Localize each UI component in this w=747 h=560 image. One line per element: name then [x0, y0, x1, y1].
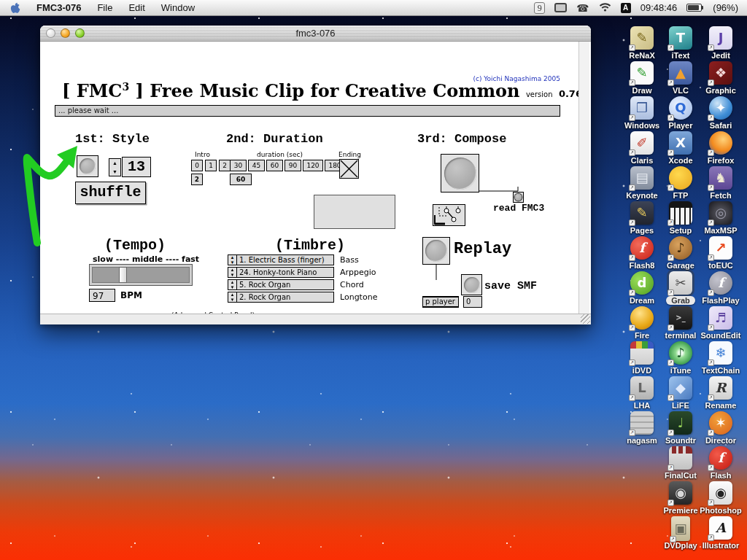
replay-bang-button[interactable] — [422, 237, 450, 265]
intro-selected-box[interactable]: 2 — [191, 174, 203, 185]
intro-option-box[interactable]: 0 — [191, 160, 203, 171]
phone-icon[interactable]: ☎ — [576, 3, 589, 13]
safari-app-icon[interactable]: ✦↗ — [709, 96, 732, 120]
battery-percent[interactable]: (96%) — [713, 2, 738, 13]
vertical-scrollbar[interactable] — [578, 42, 589, 314]
textchain-app-icon[interactable]: ❄↗ — [709, 341, 732, 365]
compose-bang-button[interactable] — [441, 154, 479, 192]
toeuc-app-icon[interactable]: ↗↗ — [709, 236, 732, 260]
read-fmc3-button[interactable] — [513, 192, 524, 203]
claris-app-icon[interactable]: ✐↗ — [630, 131, 654, 155]
resize-grip[interactable] — [581, 314, 590, 324]
menu-window[interactable]: Window — [161, 2, 195, 13]
apple-menu-icon[interactable] — [10, 2, 20, 14]
duration-option-box[interactable]: 45 — [248, 160, 265, 171]
nagasm-app-icon[interactable]: ↗ — [630, 411, 654, 435]
displays-icon[interactable] — [554, 3, 567, 12]
classic-environment-icon[interactable]: 9 — [534, 2, 545, 14]
timbre-stepper[interactable]: ▲▼ — [228, 254, 237, 265]
tempo-slider[interactable] — [89, 264, 193, 286]
duration-selected-box[interactable]: 60 — [230, 174, 252, 185]
style-number-box[interactable]: 13 — [122, 157, 151, 177]
menu-edit[interactable]: Edit — [128, 2, 144, 13]
timbre-stepper[interactable]: ▲▼ — [228, 279, 237, 290]
tempo-slider-handle[interactable] — [119, 267, 127, 283]
photoshop-app-icon[interactable]: ◉↗ — [709, 481, 732, 505]
bpm-number-box[interactable]: 97 — [89, 289, 115, 302]
tempo-slider-track[interactable] — [92, 267, 190, 283]
duration-option-box[interactable]: 120 — [303, 160, 323, 171]
intro-option-box[interactable]: 2 — [219, 160, 231, 171]
dream-app-icon[interactable]: d↗ — [630, 271, 654, 295]
horizontal-scrollbar[interactable] — [40, 314, 591, 324]
window-title-bar[interactable]: fmc3-076 — [40, 26, 591, 42]
grab-app-icon[interactable]: ✂↗ — [669, 271, 692, 295]
soundedit-app-icon[interactable]: ♬↗ — [709, 306, 732, 330]
duration-option-box[interactable]: 60 — [266, 160, 283, 171]
windows-app-icon[interactable]: ❐↗ — [630, 96, 654, 120]
fetch-app-icon[interactable]: ♞↗ — [709, 166, 732, 190]
life-app-icon[interactable]: ◆↗ — [669, 376, 692, 400]
shuffle-button[interactable]: shuffle — [75, 182, 146, 204]
ending-toggle[interactable] — [339, 159, 359, 179]
dvdplay-app-icon[interactable]: ▣↗ — [671, 516, 690, 541]
intro-option-box[interactable]: 1 — [205, 160, 217, 171]
alias-badge-icon: ↗ — [708, 254, 714, 261]
draw-app-icon[interactable]: ✎↗ — [630, 61, 654, 85]
garage-app-icon[interactable]: ♪↗ — [669, 236, 692, 260]
duration-option-box[interactable]: 90 — [285, 160, 301, 171]
finalcut-app-icon[interactable]: ↗ — [669, 446, 692, 470]
itune-app-icon[interactable]: ♪↗ — [669, 341, 692, 365]
timbre-stepper[interactable]: ▲▼ — [228, 292, 237, 303]
icon-glyph: ✶ — [715, 416, 726, 429]
timbre-stepper[interactable]: ▲▼ — [228, 267, 237, 278]
player-subpatch-object[interactable]: p player — [422, 296, 459, 308]
maxmsp-app-icon[interactable]: ◎↗ — [709, 201, 732, 225]
timbre-value-box[interactable]: 2. Rock Organ — [237, 292, 334, 303]
stepper-down-icon[interactable]: ▼ — [228, 273, 236, 278]
setup-app-icon[interactable]: ↗ — [669, 201, 692, 225]
style-stepper[interactable]: ▲▼ — [109, 158, 121, 176]
idvd-app-icon[interactable]: ↗ — [630, 341, 654, 365]
style-bang-button[interactable] — [77, 155, 98, 177]
save-smf-button[interactable] — [461, 274, 482, 295]
gate-switch-object[interactable] — [433, 204, 465, 226]
graphic-app-icon[interactable]: ❖↗ — [709, 61, 732, 85]
menu-app-name[interactable]: FMC3-076 — [36, 2, 81, 13]
player-app-icon[interactable]: Q↗ — [669, 96, 692, 120]
timbre-value-box[interactable]: 24. Honky-tonk Piano — [237, 267, 334, 278]
soundtr-app-icon[interactable]: ♩↗ — [669, 411, 692, 435]
firefox-app-icon[interactable]: ↗ — [709, 131, 732, 155]
keynote-app-icon[interactable]: ▤↗ — [630, 166, 654, 190]
flash8-app-icon[interactable]: f↗ — [630, 236, 654, 260]
renax-app-icon[interactable]: ✎↗ — [630, 26, 654, 50]
icon-glyph: ✦ — [715, 101, 726, 114]
timbre-value-box[interactable]: 5. Rock Organ — [237, 279, 334, 290]
flash-app-icon[interactable]: f↗ — [709, 446, 732, 470]
lha-app-icon[interactable]: L↗ — [630, 376, 654, 400]
ftp-app-icon[interactable]: ↗ — [669, 166, 692, 190]
stepper-down-icon[interactable]: ▼ — [228, 298, 236, 303]
itext-app-icon[interactable]: T↗ — [669, 26, 692, 50]
pages-app-icon[interactable]: ✎↗ — [630, 201, 654, 225]
director-app-icon[interactable]: ✶↗ — [709, 411, 732, 435]
xcode-app-icon[interactable]: X↗ — [669, 131, 692, 155]
premiere-app-icon[interactable]: ◉↗ — [669, 481, 692, 505]
menu-file[interactable]: File — [97, 2, 112, 13]
terminal-app-icon[interactable]: >_↗ — [669, 306, 692, 330]
stepper-down-icon[interactable]: ▼ — [228, 260, 236, 265]
jedit-app-icon[interactable]: J↗ — [709, 26, 732, 50]
fire-app-icon[interactable]: ↗ — [630, 306, 654, 330]
battery-icon[interactable] — [686, 4, 703, 12]
rename-app-icon[interactable]: R↗ — [709, 376, 732, 400]
wifi-icon[interactable] — [599, 2, 611, 14]
stepper-down-icon[interactable]: ▼ — [228, 285, 236, 290]
illustrator-app-icon[interactable]: A↗ — [709, 516, 732, 540]
menu-clock[interactable]: 09:48:46 — [640, 2, 678, 13]
timbre-value-box[interactable]: 1. Electric Bass (finger) — [237, 254, 334, 265]
flashplay-app-icon[interactable]: f↗ — [709, 271, 732, 295]
vlc-app-icon[interactable]: ▲↗ — [669, 61, 692, 85]
input-menu-icon[interactable]: A — [621, 3, 631, 13]
duration-option-box[interactable]: 30 — [230, 160, 247, 171]
player-number-box[interactable]: 0 — [463, 296, 482, 308]
